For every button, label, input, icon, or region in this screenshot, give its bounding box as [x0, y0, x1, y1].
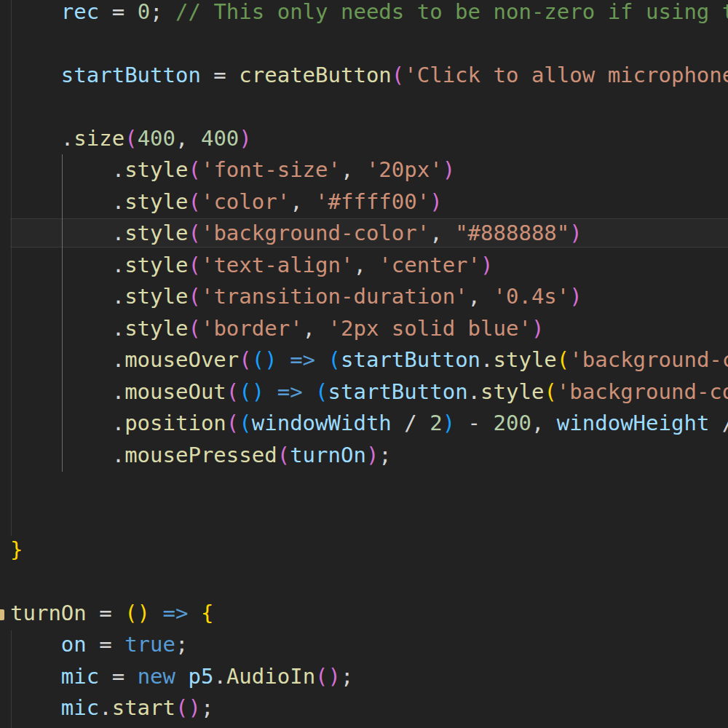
token-b2: ( — [226, 411, 239, 435]
token-b2: ) — [366, 443, 379, 467]
token-w — [175, 664, 188, 689]
token-b3: () — [239, 379, 264, 404]
token-w: , — [430, 221, 455, 245]
code-line-0[interactable]: rec = 0; // This only needs to be non-ze… — [10, 0, 728, 28]
token-w: . — [99, 695, 111, 720]
token-f: createButton — [239, 63, 392, 87]
code-line-21[interactable]: mic = new p5.AudioIn(); — [10, 661, 728, 692]
token-b2: ( — [188, 157, 200, 182]
token-v: p5 — [188, 664, 213, 689]
token-w: / — [709, 411, 728, 435]
code-line-6[interactable]: .style('color', '#ffff00') — [10, 186, 728, 218]
token-s: 'transition-duration' — [201, 284, 468, 309]
code-line-9[interactable]: .style('transition-duration', '0.4s') — [10, 281, 728, 312]
token-f: style — [480, 379, 544, 404]
token-b2: ) — [443, 157, 455, 182]
token-s: 'background-color' — [569, 347, 728, 372]
token-s: 'border' — [201, 316, 303, 341]
code-line-20[interactable]: on = true; — [10, 629, 728, 660]
token-w: = — [87, 601, 124, 625]
token-w: . — [10, 253, 124, 277]
token-b3: ( — [328, 347, 341, 372]
token-w: . — [10, 189, 124, 214]
token-b2: () — [315, 664, 341, 689]
token-b2: ( — [188, 221, 200, 245]
code-line-8[interactable]: .style('text-align', 'center') — [10, 250, 728, 281]
token-w: ; — [150, 0, 175, 24]
code-line-15[interactable] — [10, 471, 728, 502]
code-line-4[interactable]: .size(400, 400) — [10, 123, 728, 154]
token-b1: ( — [544, 379, 556, 404]
token-v: on — [61, 632, 87, 657]
token-b2: ( — [239, 347, 251, 372]
token-w — [10, 632, 61, 657]
token-f: style — [124, 284, 188, 309]
code-editor[interactable]: rec = 0; // This only needs to be non-ze… — [0, 0, 728, 728]
token-f: style — [124, 157, 188, 182]
token-s: 'Click to allow microphone access' — [404, 63, 728, 87]
token-s: 'background-color' — [201, 221, 430, 245]
code-line-11[interactable]: .mouseOver(() => (startButton.style('bac… — [10, 344, 728, 376]
token-b2: ) — [239, 126, 251, 151]
token-s: "#888888" — [455, 221, 569, 245]
token-w: , — [531, 411, 557, 435]
token-b1: } — [10, 537, 23, 562]
token-w: . — [10, 221, 124, 245]
token-k: => — [163, 601, 189, 625]
token-s: 'center' — [379, 253, 480, 277]
token-s: 'font-size' — [201, 157, 341, 182]
code-line-7[interactable]: .style('background-color', "#888888") — [10, 218, 728, 249]
code-line-1[interactable] — [10, 28, 728, 59]
code-line-14[interactable]: .mousePressed(turnOn); — [10, 440, 728, 471]
token-w — [264, 379, 277, 404]
token-f: style — [124, 316, 188, 341]
token-f: style — [124, 221, 188, 245]
clipped-glyph-fragment — [0, 609, 4, 620]
token-w: . — [480, 347, 493, 372]
token-w: ; — [201, 695, 213, 720]
token-w: . — [10, 379, 124, 404]
token-w: . — [10, 126, 74, 151]
token-f: position — [124, 411, 226, 435]
token-n: 400 — [138, 126, 175, 151]
token-f: size — [74, 126, 124, 151]
code-line-19[interactable]: turnOn = () => { — [10, 598, 728, 629]
token-w — [10, 664, 61, 689]
token-w: = — [87, 632, 124, 657]
code-line-17[interactable]: } — [10, 534, 728, 566]
code-line-5[interactable]: .style('font-size', '20px') — [10, 154, 728, 186]
code-line-3[interactable] — [10, 91, 728, 122]
token-v: mic — [61, 664, 99, 689]
code-line-22[interactable]: mic.start(); — [10, 692, 728, 724]
token-w — [277, 347, 290, 372]
code-line-12[interactable]: .mouseOut(() => (startButton.style('back… — [10, 376, 728, 408]
token-b2: ) — [531, 316, 544, 341]
token-w: . — [10, 443, 124, 467]
token-f: mousePressed — [124, 443, 277, 467]
token-s: '#ffff00' — [315, 189, 430, 214]
token-b3: ( — [315, 379, 328, 404]
token-s: 'color' — [201, 189, 290, 214]
token-w — [315, 347, 328, 372]
token-w: , — [175, 126, 201, 151]
token-b1: () — [124, 601, 150, 625]
code-line-10[interactable]: .style('border', '2px solid blue') — [10, 313, 728, 344]
code-line-16[interactable] — [10, 503, 728, 534]
token-w — [188, 601, 200, 625]
token-f: style — [494, 347, 557, 372]
token-w — [10, 63, 61, 87]
token-s: '0.4s' — [494, 284, 570, 309]
token-w: / — [392, 411, 430, 435]
code-line-2[interactable]: startButton = createButton('Click to all… — [10, 60, 728, 91]
code-line-13[interactable]: .position((windowWidth / 2) - 200, windo… — [10, 408, 728, 439]
token-v: startButton — [341, 347, 480, 372]
token-b2: ) — [430, 189, 442, 214]
token-w: . — [10, 411, 124, 435]
token-v: mic — [61, 695, 99, 720]
token-b2: ( — [226, 379, 239, 404]
token-v: rec — [61, 0, 99, 24]
token-w: - — [455, 411, 493, 435]
code-line-18[interactable] — [10, 566, 728, 597]
token-w: ; — [379, 443, 391, 467]
token-s: '20px' — [366, 157, 443, 182]
